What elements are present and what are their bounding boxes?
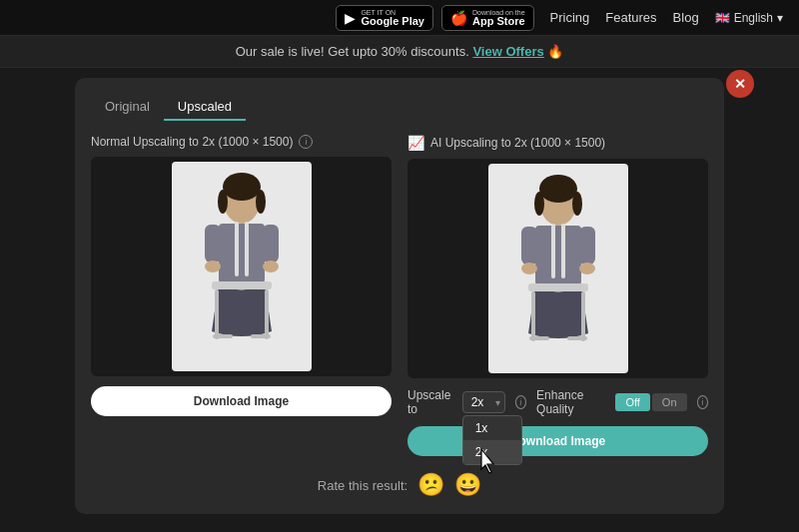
upscale-dropdown-popup: 1x 2x	[462, 415, 522, 465]
svg-rect-7	[263, 225, 279, 263]
dropdown-option-1x[interactable]: 1x	[463, 416, 521, 440]
svg-rect-32	[529, 336, 549, 340]
ai-upscale-icon: 📈	[407, 135, 424, 151]
tabs: Original Upscaled	[91, 94, 708, 121]
sale-banner: Our sale is live! Get upto 30% discounts…	[0, 36, 799, 68]
tab-upscaled[interactable]: Upscaled	[164, 94, 246, 121]
language-label: English	[734, 11, 773, 25]
left-person-svg	[177, 167, 307, 366]
view-offers-link[interactable]: View Offers	[472, 44, 543, 59]
svg-rect-6	[205, 225, 221, 263]
panels: Normal Upscaling to 2x (1000 × 1500) i	[91, 135, 708, 456]
app-store-button[interactable]: 🍎 Download on the App Store	[441, 5, 534, 31]
google-play-button[interactable]: ▶ GET IT ON Google Play	[336, 5, 433, 31]
left-image-frame	[91, 157, 392, 376]
top-nav: ▶ GET IT ON Google Play 🍎 Download on th…	[0, 0, 799, 36]
svg-rect-12	[212, 281, 272, 289]
enhance-quality-label: Enhance Quality	[536, 388, 605, 416]
upscale-row: Upscale to 1x 2x 4x ▾ 1x 2x	[407, 388, 708, 416]
dropdown-option-2x[interactable]: 2x	[463, 440, 521, 464]
apple-icon: 🍎	[450, 10, 467, 26]
svg-rect-13	[215, 289, 219, 339]
svg-rect-29	[528, 283, 588, 291]
happy-rating-button[interactable]: 😀	[454, 472, 481, 498]
svg-point-25	[521, 263, 537, 274]
right-person-image	[488, 164, 628, 373]
svg-rect-22	[535, 226, 581, 285]
toggle-off-button[interactable]: Off	[615, 393, 649, 411]
toggle-on-button[interactable]: On	[652, 393, 687, 411]
sale-text: Our sale is live! Get upto 30% discounts…	[236, 44, 469, 59]
language-selector[interactable]: 🇬🇧 English ▾	[715, 11, 783, 25]
enhance-info-icon[interactable]: i	[697, 395, 708, 409]
svg-rect-31	[581, 291, 585, 341]
tab-original[interactable]: Original	[91, 94, 164, 121]
svg-point-2	[223, 173, 261, 201]
right-panel-title: 📈 AI Upscaling to 2x (1000 × 1500)	[407, 135, 708, 151]
rating-label: Rate this result:	[318, 478, 407, 493]
left-person-image	[172, 162, 312, 371]
right-image-frame	[407, 159, 708, 378]
chevron-down-icon: ▾	[777, 11, 783, 25]
main-container: ✕ Original Upscaled Normal Upscaling to …	[75, 78, 724, 514]
blog-link[interactable]: Blog	[673, 10, 699, 25]
svg-rect-23	[521, 227, 537, 265]
left-download-button[interactable]: Download Image	[91, 386, 392, 416]
svg-rect-27	[551, 224, 555, 278]
rating-section: Rate this result: 😕 😀	[91, 472, 708, 498]
sad-rating-button[interactable]: 😕	[417, 472, 444, 498]
svg-point-26	[579, 263, 595, 274]
svg-rect-5	[219, 224, 265, 283]
svg-point-21	[572, 192, 582, 216]
flag-icon: 🇬🇧	[715, 11, 730, 25]
close-button[interactable]: ✕	[726, 70, 754, 98]
apple-label: App Store	[472, 16, 525, 27]
right-person-svg	[493, 169, 623, 368]
features-link[interactable]: Features	[605, 10, 656, 25]
upscale-label: Upscale to	[407, 388, 452, 416]
svg-rect-10	[235, 222, 239, 276]
right-panel: 📈 AI Upscaling to 2x (1000 × 1500)	[407, 135, 708, 456]
svg-point-19	[539, 175, 577, 203]
google-play-icon: ▶	[345, 10, 356, 26]
svg-rect-16	[251, 334, 271, 338]
toggle-group: Off On	[615, 393, 686, 411]
right-download-button[interactable]: Download Image	[407, 426, 708, 456]
svg-rect-28	[561, 224, 565, 278]
right-upscale-info-icon[interactable]: i	[515, 395, 526, 409]
pricing-link[interactable]: Pricing	[550, 10, 590, 25]
svg-rect-24	[579, 227, 595, 265]
left-panel-info-icon[interactable]: i	[299, 135, 313, 149]
app-store-buttons: ▶ GET IT ON Google Play 🍎 Download on th…	[336, 5, 533, 31]
svg-point-3	[218, 190, 228, 214]
svg-rect-14	[265, 289, 269, 339]
left-panel: Normal Upscaling to 2x (1000 × 1500) i	[91, 135, 392, 416]
svg-point-4	[256, 190, 266, 214]
svg-point-9	[263, 261, 279, 272]
upscale-select-container: 1x 2x 4x ▾ 1x 2x	[462, 391, 505, 413]
google-play-label: Google Play	[361, 16, 424, 27]
svg-point-8	[205, 261, 221, 272]
svg-rect-30	[531, 291, 535, 341]
svg-rect-33	[567, 336, 587, 340]
upscale-select[interactable]: 1x 2x 4x	[462, 391, 505, 413]
controls-area: Upscale to 1x 2x 4x ▾ 1x 2x	[407, 388, 708, 456]
svg-rect-15	[213, 334, 233, 338]
fire-emoji: 🔥	[547, 44, 563, 59]
svg-rect-11	[245, 222, 249, 276]
svg-point-20	[534, 192, 544, 216]
left-panel-title: Normal Upscaling to 2x (1000 × 1500) i	[91, 135, 392, 149]
